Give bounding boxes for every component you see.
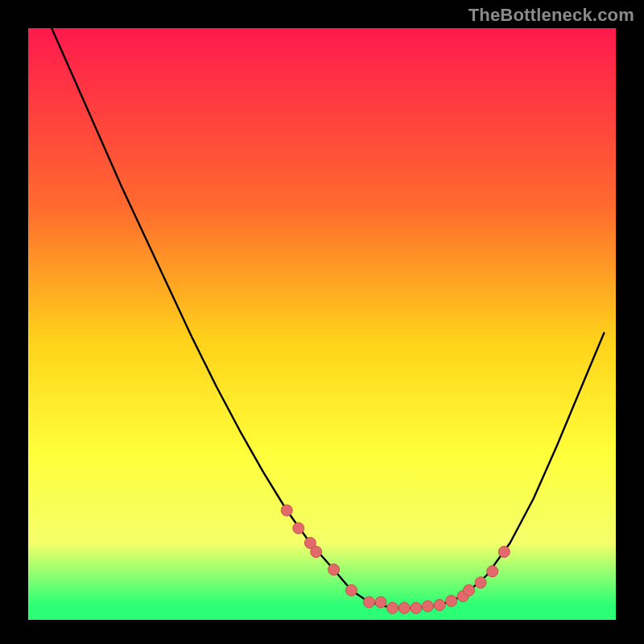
curve-marker	[293, 522, 304, 534]
curve-marker	[464, 584, 475, 596]
bottleneck-chart	[0, 0, 644, 644]
curve-marker	[446, 596, 457, 607]
curve-marker	[346, 584, 357, 596]
curve-marker	[398, 602, 410, 613]
plot-background	[28, 28, 616, 620]
curve-marker	[498, 547, 510, 558]
curve-marker	[387, 602, 398, 613]
curve-marker	[281, 505, 292, 516]
curve-marker	[375, 597, 386, 608]
curve-marker	[475, 577, 486, 588]
curve-marker	[311, 547, 322, 558]
curve-marker	[363, 597, 374, 608]
curve-marker	[422, 601, 433, 612]
curve-marker	[487, 566, 498, 577]
curve-marker	[411, 602, 422, 613]
curve-marker	[328, 564, 340, 576]
chart-frame: TheBottleneck.com	[0, 0, 644, 644]
curve-marker	[434, 600, 445, 611]
